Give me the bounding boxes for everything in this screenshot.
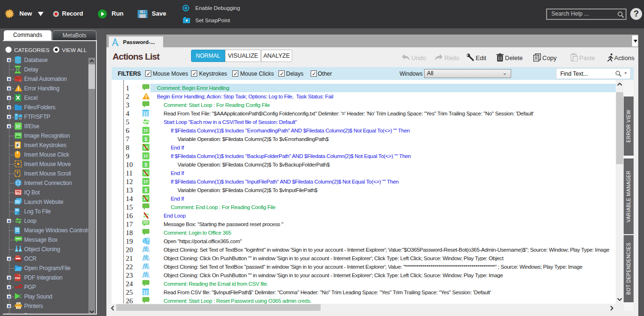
svg-text:IF: IF (143, 180, 148, 184)
svg-text:$: $ (144, 136, 147, 142)
svg-text:$: $ (144, 187, 147, 193)
svg-text:IF: IF (143, 129, 148, 133)
svg-text:$: $ (144, 162, 147, 167)
svg-text:IF: IF (143, 154, 148, 159)
svg-text:PDF: PDF (15, 277, 21, 280)
svg-text:F: F (17, 143, 19, 148)
svg-text:IF: IF (16, 124, 21, 129)
svg-text:DC: DC (16, 191, 21, 194)
